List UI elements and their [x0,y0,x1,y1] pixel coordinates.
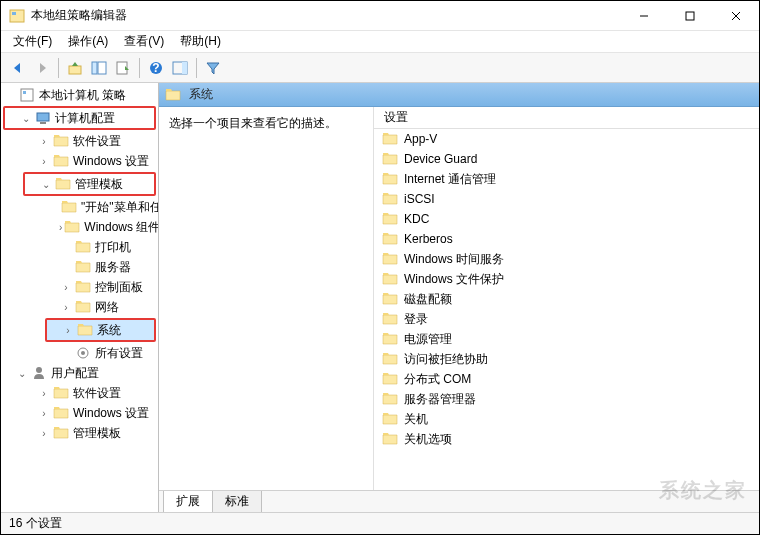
folder-icon [53,426,69,440]
show-hide-action-button[interactable] [169,57,191,79]
tree-printers[interactable]: 打印机 [1,237,158,257]
list-item[interactable]: 关机 [374,409,759,429]
folder-icon [55,177,71,191]
collapse-icon[interactable]: ⌄ [39,177,53,191]
tree: 本地计算机 策略 ⌄ 计算机配置 › 软件设置 › Windows 设置 [1,83,158,445]
list-body[interactable]: App-VDevice GuardInternet 通信管理iSCSIKDCKe… [374,129,759,490]
titlebar: 本地组策略编辑器 [1,1,759,31]
description-column: 选择一个项目来查看它的描述。 [159,107,374,490]
expand-icon[interactable]: › [59,280,73,294]
list-item[interactable]: Windows 文件保护 [374,269,759,289]
list-item[interactable]: Internet 通信管理 [374,169,759,189]
tree-u-software[interactable]: › 软件设置 [1,383,158,403]
filter-button[interactable] [202,57,224,79]
folder-icon [382,352,398,366]
tree-root[interactable]: 本地计算机 策略 [1,85,158,105]
folder-icon [382,152,398,166]
expand-icon[interactable]: › [37,154,51,168]
list-item[interactable]: Kerberos [374,229,759,249]
minimize-button[interactable] [621,1,667,31]
tree-start-menu[interactable]: "开始"菜单和任务栏 [1,197,158,217]
tree-label: 管理模板 [73,176,123,193]
status-text: 16 个设置 [9,515,62,532]
list-item[interactable]: 访问被拒绝协助 [374,349,759,369]
maximize-button[interactable] [667,1,713,31]
tree-network[interactable]: › 网络 [1,297,158,317]
tree-u-windows[interactable]: › Windows 设置 [1,403,158,423]
expand-icon[interactable]: › [59,220,62,234]
list-item[interactable]: 分布式 COM [374,369,759,389]
list-item-label: 电源管理 [404,331,452,348]
expand-icon[interactable] [3,88,17,102]
tree-control-panel[interactable]: › 控制面板 [1,277,158,297]
tree-panel[interactable]: 本地计算机 策略 ⌄ 计算机配置 › 软件设置 › Windows 设置 [1,83,159,512]
list-item[interactable]: KDC [374,209,759,229]
tree-label: Windows 设置 [71,153,149,170]
tree-windows-components[interactable]: › Windows 组件 [1,217,158,237]
folder-icon [53,386,69,400]
list-item[interactable]: 磁盘配额 [374,289,759,309]
list-header[interactable]: 设置 [374,107,759,129]
tree-label: 管理模板 [71,425,121,442]
svg-rect-8 [98,62,106,74]
expand-icon[interactable]: › [37,386,51,400]
tree-server[interactable]: 服务器 [1,257,158,277]
tree-label: Windows 组件 [82,219,159,236]
tree-admin-templates[interactable]: ⌄ 管理模板 [25,174,154,194]
svg-rect-0 [10,10,24,22]
list-item[interactable]: iSCSI [374,189,759,209]
forward-button[interactable] [31,57,53,79]
back-button[interactable] [7,57,29,79]
tree-computer-config[interactable]: ⌄ 计算机配置 [5,108,154,128]
menu-view[interactable]: 查看(V) [116,31,172,52]
list-item[interactable]: 服务器管理器 [374,389,759,409]
list-item[interactable]: Windows 时间服务 [374,249,759,269]
menu-file[interactable]: 文件(F) [5,31,60,52]
expand-icon[interactable]: › [37,406,51,420]
list-item[interactable]: 电源管理 [374,329,759,349]
tab-extended[interactable]: 扩展 [163,491,213,512]
menu-help[interactable]: 帮助(H) [172,31,229,52]
svg-rect-6 [69,66,81,74]
list-item[interactable]: App-V [374,129,759,149]
folder-icon [382,212,398,226]
export-list-button[interactable] [112,57,134,79]
tree-windows-settings[interactable]: › Windows 设置 [1,151,158,171]
show-hide-tree-button[interactable] [88,57,110,79]
close-button[interactable] [713,1,759,31]
tree-u-admin[interactable]: › 管理模板 [1,423,158,443]
folder-icon [75,280,91,294]
folder-icon [382,372,398,386]
up-button[interactable] [64,57,86,79]
expand-icon[interactable]: › [59,300,73,314]
list-item-label: Windows 文件保护 [404,271,504,288]
list-item-label: App-V [404,132,437,146]
tree-software-settings[interactable]: › 软件设置 [1,131,158,151]
list-item[interactable]: 关机选项 [374,429,759,449]
expand-icon[interactable]: › [61,323,75,337]
column-header-settings[interactable]: 设置 [384,109,408,126]
tab-standard[interactable]: 标准 [212,491,262,512]
svg-text:?: ? [152,61,159,75]
collapse-icon[interactable]: ⌄ [15,366,29,380]
help-button[interactable]: ? [145,57,167,79]
tree-label: "开始"菜单和任务栏 [79,199,159,216]
tree-label: 本地计算机 策略 [37,87,126,104]
expand-icon[interactable]: › [37,426,51,440]
svg-rect-17 [40,122,46,124]
folder-icon [77,323,93,337]
expand-icon[interactable]: › [37,134,51,148]
folder-icon [75,240,91,254]
list-item[interactable]: Device Guard [374,149,759,169]
list-item[interactable]: 登录 [374,309,759,329]
tree-all-settings[interactable]: 所有设置 [1,343,158,363]
folder-icon [165,88,181,102]
svg-rect-1 [12,12,16,15]
tree-system[interactable]: › 系统 [47,320,154,340]
list-item-label: 服务器管理器 [404,391,476,408]
svg-point-19 [81,351,85,355]
user-icon [31,365,47,381]
menu-action[interactable]: 操作(A) [60,31,116,52]
collapse-icon[interactable]: ⌄ [19,111,33,125]
tree-user-config[interactable]: ⌄ 用户配置 [1,363,158,383]
